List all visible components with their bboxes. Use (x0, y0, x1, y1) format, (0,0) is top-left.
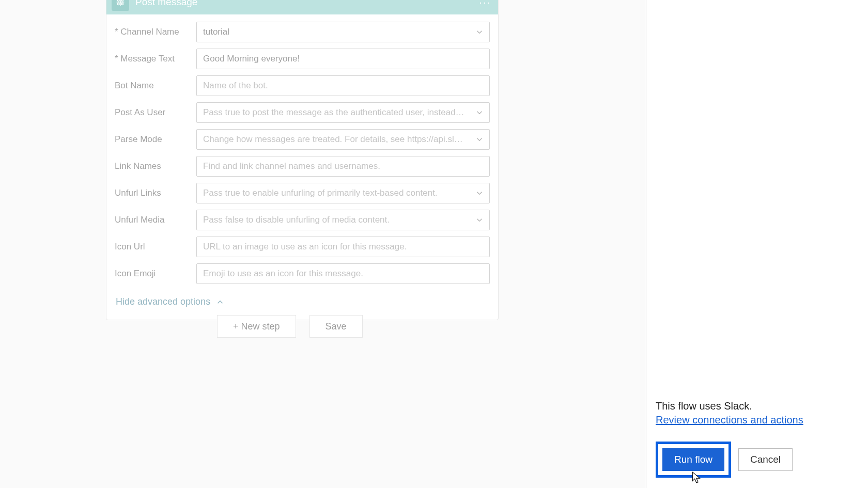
save-button[interactable]: Save (309, 315, 363, 338)
field-row-post-as-user: Post As User Pass true to post the messa… (115, 102, 490, 123)
cancel-button[interactable]: Cancel (738, 448, 793, 471)
field-label: Icon Url (115, 242, 196, 252)
chevron-down-icon (475, 108, 484, 117)
field-label: Unfurl Links (115, 188, 196, 198)
field-placeholder: Name of the bot. (203, 81, 268, 91)
field-row-message-text: * Message Text Good Morning everyone! (115, 49, 490, 69)
post-as-user-select[interactable]: Pass true to post the message as the aut… (196, 102, 490, 123)
slack-icon (112, 0, 129, 11)
field-label: Unfurl Media (115, 215, 196, 225)
action-card-header[interactable]: Post message ··· (106, 0, 498, 14)
hide-advanced-options-toggle[interactable]: Hide advanced options (116, 296, 225, 307)
svg-point-2 (118, 3, 120, 5)
run-flow-highlight-box: Run flow (656, 442, 731, 478)
run-flow-panel: This flow uses Slack. Review connections… (646, 0, 868, 488)
post-message-action-card: Post message ··· * Channel Name tutorial… (106, 0, 499, 320)
run-flow-panel-footer: This flow uses Slack. Review connections… (646, 400, 868, 488)
field-placeholder: Pass true to enable unfurling of primari… (203, 188, 438, 198)
bot-name-input[interactable]: Name of the bot. (196, 75, 490, 96)
action-card-title: Post message (135, 0, 197, 8)
field-row-channel-name: * Channel Name tutorial (115, 22, 490, 42)
field-row-icon-emoji: Icon Emoji Emoji to use as an icon for t… (115, 263, 490, 284)
chevron-up-icon (215, 297, 225, 307)
field-label: * Channel Name (115, 27, 196, 37)
field-value: Good Morning everyone! (203, 54, 300, 64)
field-placeholder: Find and link channel names and username… (203, 161, 380, 171)
field-placeholder: URL to an image to use as an icon for th… (203, 242, 407, 252)
field-label: Post As User (115, 107, 196, 118)
unfurl-media-select[interactable]: Pass false to disable unfurling of media… (196, 210, 490, 230)
field-placeholder: Pass false to disable unfurling of media… (203, 215, 390, 225)
parse-mode-select[interactable]: Change how messages are treated. For det… (196, 129, 490, 150)
svg-point-0 (118, 0, 120, 1)
field-placeholder: Emoji to use as an icon for this message… (203, 269, 363, 279)
field-row-parse-mode: Parse Mode Change how messages are treat… (115, 129, 490, 150)
field-label: Link Names (115, 161, 196, 171)
field-label: Icon Emoji (115, 269, 196, 279)
flow-uses-info-text: This flow uses Slack. (656, 400, 859, 412)
review-connections-link[interactable]: Review connections and actions (656, 414, 803, 426)
chevron-down-icon (475, 27, 484, 37)
svg-point-1 (121, 0, 123, 1)
channel-name-select[interactable]: tutorial (196, 22, 490, 42)
action-card-menu-icon[interactable]: ··· (479, 0, 491, 8)
hide-advanced-label: Hide advanced options (116, 296, 210, 307)
new-step-button[interactable]: + New step (217, 315, 296, 338)
field-placeholder: Pass true to post the message as the aut… (203, 107, 467, 118)
action-card-body: * Channel Name tutorial * Message Text G… (106, 14, 498, 320)
field-row-icon-url: Icon Url URL to an image to use as an ic… (115, 237, 490, 257)
unfurl-links-select[interactable]: Pass true to enable unfurling of primari… (196, 183, 490, 203)
svg-point-3 (121, 3, 123, 5)
field-label: * Message Text (115, 54, 196, 64)
chevron-down-icon (475, 135, 484, 144)
field-row-unfurl-media: Unfurl Media Pass false to disable unfur… (115, 210, 490, 230)
run-flow-button[interactable]: Run flow (662, 448, 724, 471)
panel-footer-buttons: Run flow Cancel (656, 442, 859, 478)
field-placeholder: Change how messages are treated. For det… (203, 134, 467, 145)
field-label: Bot Name (115, 81, 196, 91)
field-label: Parse Mode (115, 134, 196, 145)
field-row-bot-name: Bot Name Name of the bot. (115, 75, 490, 96)
chevron-down-icon (475, 215, 484, 225)
field-row-unfurl-links: Unfurl Links Pass true to enable unfurli… (115, 183, 490, 203)
chevron-down-icon (475, 188, 484, 198)
field-value: tutorial (203, 27, 229, 37)
icon-emoji-input[interactable]: Emoji to use as an icon for this message… (196, 263, 490, 284)
field-row-link-names: Link Names Find and link channel names a… (115, 156, 490, 177)
designer-bottom-buttons: + New step Save (217, 315, 363, 338)
message-text-input[interactable]: Good Morning everyone! (196, 49, 490, 69)
link-names-input[interactable]: Find and link channel names and username… (196, 156, 490, 177)
icon-url-input[interactable]: URL to an image to use as an icon for th… (196, 237, 490, 257)
